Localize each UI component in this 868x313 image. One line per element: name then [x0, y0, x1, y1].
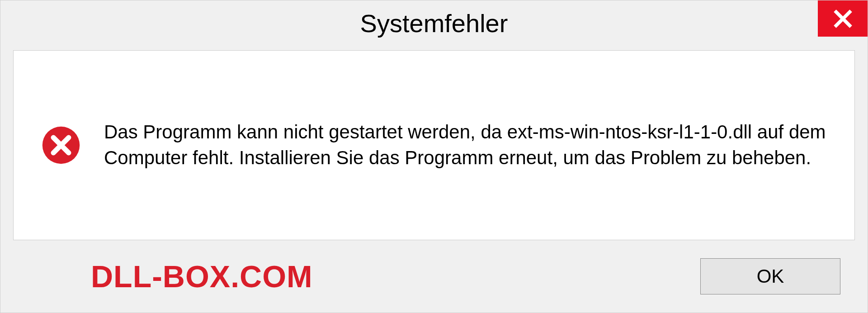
ok-button[interactable]: OK [700, 258, 840, 294]
close-icon [833, 9, 853, 29]
error-dialog: Systemfehler Das Programm kann nicht ges… [0, 0, 868, 313]
error-message: Das Programm kann nicht gestartet werden… [104, 119, 827, 171]
close-button[interactable] [818, 0, 868, 37]
dialog-footer: DLL-BOX.COM OK [0, 240, 868, 313]
titlebar: Systemfehler [0, 0, 868, 46]
content-panel: Das Programm kann nicht gestartet werden… [13, 50, 855, 240]
watermark-text: DLL-BOX.COM [91, 259, 313, 294]
dialog-title: Systemfehler [360, 9, 508, 38]
error-icon [41, 125, 81, 166]
